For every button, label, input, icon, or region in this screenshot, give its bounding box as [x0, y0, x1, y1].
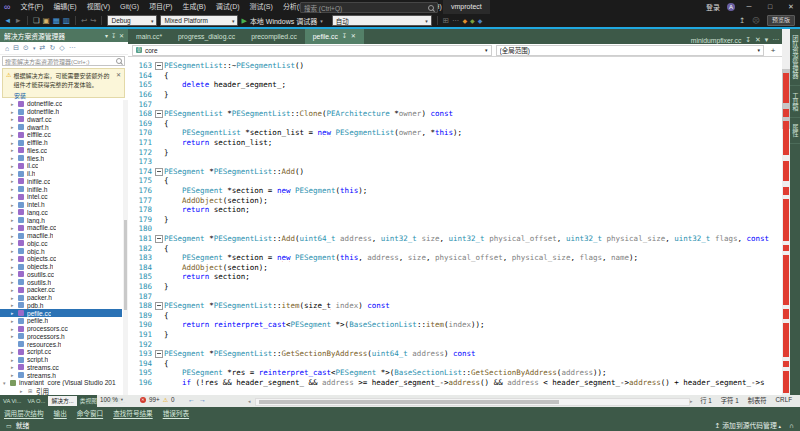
expander-icon[interactable]: ▸ — [11, 116, 18, 122]
panel-tab[interactable]: 解决方... — [48, 396, 76, 406]
expander-icon[interactable]: ▸ — [11, 233, 18, 239]
add-to-source-control-button[interactable]: ↥ 添加到源代码管理 ▴ — [715, 420, 781, 430]
tree-item[interactable]: ▸packer.h — [0, 294, 122, 302]
tree-item[interactable]: ▸pefile.h — [0, 317, 122, 325]
pin-icon[interactable]: ↧ — [745, 36, 751, 44]
tree-item[interactable]: ▸intel.h — [0, 201, 122, 209]
expander-icon[interactable]: ▸ — [11, 178, 18, 184]
nav-forward-icon[interactable]: ► — [14, 14, 21, 27]
account-avatar[interactable]: A — [727, 3, 735, 11]
expander-icon[interactable]: ▸ — [11, 318, 18, 324]
doc-tab[interactable]: pefile.cc↧✕ — [305, 29, 364, 44]
expander-icon[interactable]: ▸ — [11, 109, 18, 115]
redo-icon[interactable]: ↪ — [90, 14, 96, 27]
save-all-icon[interactable]: ▥ — [63, 14, 70, 27]
bottom-panel-tab[interactable]: 查找符号结果 — [113, 408, 153, 418]
maximize-button[interactable]: □ — [763, 0, 777, 14]
expander-icon[interactable]: ▸ — [11, 326, 18, 332]
expander-icon[interactable]: ▸ — [11, 333, 18, 339]
solution-explorer-header[interactable]: 解决方案资源管理器 ▾ ↧ ✕ — [0, 29, 128, 42]
fold-icon[interactable] — [152, 301, 164, 311]
editor-scrollbar[interactable] — [782, 29, 790, 395]
menu-item[interactable]: 文件(F) — [15, 0, 48, 14]
tree-item[interactable]: ▸dotnetfile.cc — [0, 100, 122, 108]
expander-icon[interactable]: ▸ — [11, 194, 18, 200]
fold-icon[interactable] — [152, 234, 164, 244]
menu-item[interactable]: 编辑(E) — [48, 0, 81, 14]
expander-icon[interactable]: ▸ — [11, 248, 18, 254]
menu-item[interactable]: 视图(V) — [82, 0, 115, 14]
error-warning-indicator[interactable]: ✕ 99+ ⚠ 0 — [140, 396, 175, 403]
auto-dropdown[interactable]: 自动 ▾ — [332, 15, 432, 26]
fold-icon[interactable] — [152, 349, 164, 359]
menu-item[interactable]: 调试(D) — [211, 0, 245, 14]
tree-item[interactable]: ▸osutils.cc — [0, 271, 122, 279]
menu-item[interactable]: 项目(P) — [144, 0, 177, 14]
tree-item[interactable]: ▸lang.cc — [0, 209, 122, 217]
tree-item[interactable]: ▸macfile.h — [0, 232, 122, 240]
tree-item[interactable]: ▸objects.h — [0, 263, 122, 271]
expander-icon[interactable]: ▸ — [11, 364, 18, 370]
tree-item[interactable]: ▸osutils.h — [0, 278, 122, 286]
tree-item[interactable]: ▸elffile.h — [0, 139, 122, 147]
zoom-control[interactable]: 100 % ▾ — [100, 396, 123, 403]
configuration-dropdown[interactable]: Debug ▾ — [107, 15, 157, 26]
tree-item[interactable]: ▸⊞引用 — [0, 387, 122, 395]
bottom-panel-tab[interactable]: 命令窗口 — [77, 408, 103, 418]
tree-item[interactable]: ▸pdb.h — [0, 302, 122, 310]
right-strip-tab[interactable]: 工具箱 — [790, 86, 800, 118]
va-refactor-icon[interactable]: ◆ — [462, 17, 467, 24]
notifications-bell-icon[interactable]: ∩ — [789, 422, 794, 429]
tree-item[interactable]: ▸macfile.cc — [0, 224, 122, 232]
expander-icon[interactable]: ▸ — [11, 140, 18, 146]
quick-search-input[interactable]: 搜索 (Ctrl+Q) — [300, 2, 438, 13]
tree-item[interactable]: ▸files.cc — [0, 147, 122, 155]
nav-back-icon[interactable]: ◄ — [4, 14, 11, 27]
tree-item[interactable]: ▸dwarf.h — [0, 123, 122, 131]
save-icon[interactable]: ▦ — [53, 14, 60, 27]
more-icon[interactable]: ⋯ — [772, 36, 779, 44]
bottom-panel-tab[interactable]: 调用层次结构 — [4, 408, 44, 418]
menu-item[interactable]: Git(G) — [115, 0, 144, 14]
collapse-box-icon[interactable] — [155, 62, 163, 70]
collapse-all-icon[interactable]: ⊟ — [13, 44, 19, 52]
scope-icon[interactable]: ⊙ — [23, 44, 29, 52]
tree-item[interactable]: ▸elffile.cc — [0, 131, 122, 139]
tree-item[interactable]: ▾invariant_core (Visual Studio 201 — [0, 379, 122, 387]
expander-icon[interactable]: ▸ — [11, 147, 18, 153]
expander-icon[interactable]: ▸ — [11, 240, 18, 246]
chevron-down-icon[interactable]: ▾ — [765, 36, 768, 44]
tree-item[interactable]: ▸inifile.h — [0, 185, 122, 193]
refresh-icon[interactable]: ↻ — [49, 44, 55, 52]
new-file-icon[interactable]: ❏ — [33, 14, 40, 27]
sign-in-button[interactable]: 登录 — [706, 2, 720, 12]
solution-search-input[interactable]: 搜索解决方案资源管理器(Ctrl+;) — [2, 56, 125, 66]
chevron-down-icon[interactable]: ▾ — [33, 45, 36, 51]
start-debugging-button[interactable]: ▶ 本地 Windows 调试器 ▾ — [241, 16, 322, 26]
va-nav-arrows[interactable]: ← → — [188, 396, 206, 403]
add-icon[interactable]: + — [768, 46, 778, 55]
menu-item[interactable]: 生成(B) — [177, 0, 210, 14]
tree-item[interactable]: resources.h — [0, 340, 122, 348]
left-arrow-icon[interactable]: ← — [188, 396, 195, 403]
doc-tab[interactable]: main.cc* — [128, 29, 170, 44]
hscroll-right-icon[interactable]: ▸ — [690, 398, 693, 404]
expander-icon[interactable]: ▸ — [11, 209, 18, 215]
expander-icon[interactable]: ▸ — [11, 349, 18, 355]
collapse-box-icon[interactable] — [155, 110, 163, 118]
code-editor[interactable]: 163PESegmentList::~PESegmentList()164{16… — [128, 57, 782, 395]
doc-tab[interactable]: precompiled.cc — [243, 29, 305, 44]
tree-item[interactable]: ▸il.cc — [0, 162, 122, 170]
horizontal-scrollbar[interactable] — [255, 398, 690, 406]
more-icon[interactable]: ⋯ — [69, 44, 76, 52]
expander-icon[interactable]: ▸ — [11, 186, 18, 192]
right-strip-tab[interactable]: 团队资源管理器 — [790, 29, 800, 86]
expander-icon[interactable]: ▸ — [11, 202, 18, 208]
bottom-panel-tab[interactable]: 输出 — [54, 408, 67, 418]
expander-icon[interactable]: ▸ — [11, 225, 18, 231]
panel-tab[interactable]: VA O... — [24, 396, 48, 406]
close-icon[interactable]: ✕ — [119, 32, 124, 39]
doc-tab[interactable]: progress_dialog.cc — [170, 29, 243, 44]
expander-icon[interactable]: ▸ — [11, 132, 18, 138]
find-in-files-icon[interactable]: ⊞ — [443, 14, 449, 27]
